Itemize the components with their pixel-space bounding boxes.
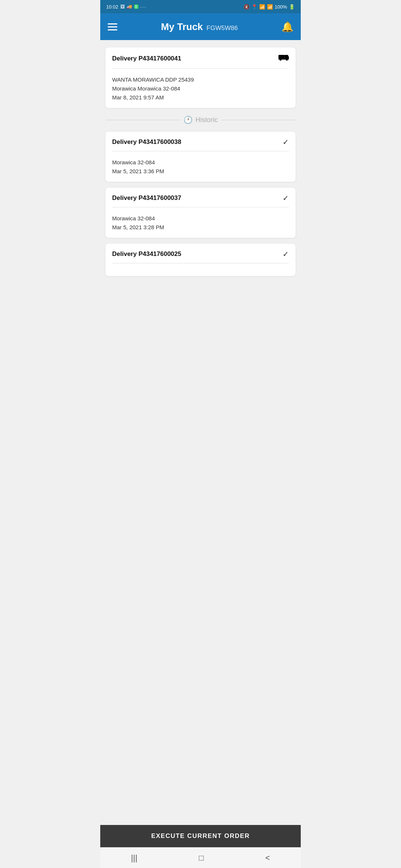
checkmark-icon-0: ✓ bbox=[283, 138, 289, 147]
checkmark-icon-2: ✓ bbox=[283, 250, 289, 259]
divider-right bbox=[222, 120, 296, 120]
badge-icon: 8 bbox=[134, 4, 138, 9]
current-delivery-line3: Mar 8, 2021 9:57 AM bbox=[112, 93, 289, 102]
historic-card-1[interactable]: Delivery P43417600037 ✓ Morawica 32-084 … bbox=[105, 188, 296, 238]
current-delivery-line2: Morawica Morawica 32-084 bbox=[112, 84, 289, 93]
truck-icon bbox=[278, 53, 289, 64]
historic-card-0-line1: Morawica 32-084 bbox=[112, 158, 289, 167]
historic-card-2[interactable]: Delivery P43417600025 ✓ bbox=[105, 244, 296, 276]
historic-card-2-body bbox=[112, 269, 289, 270]
historic-card-0-line2: Mar 5, 2021 3:36 PM bbox=[112, 167, 289, 176]
status-time-group: 10:02 🖼 🚚 8 ··· bbox=[106, 4, 147, 10]
wifi-icon: 📶 bbox=[259, 4, 265, 10]
battery-icon: 🔋 bbox=[289, 4, 295, 10]
current-delivery-line1: WANTA MORAWICA DDP 25439 bbox=[112, 75, 289, 84]
historic-card-1-body: Morawica 32-084 Mar 5, 2021 3:28 PM bbox=[112, 213, 289, 232]
svg-rect-0 bbox=[278, 55, 285, 59]
toolbar-title-group: My Truck FGW5W86 bbox=[161, 21, 238, 33]
status-bar: 10:02 🖼 🚚 8 ··· 🔇 📍 📶 📶 100% 🔋 bbox=[100, 0, 301, 13]
historic-card-0-header: Delivery P43417600038 ✓ bbox=[112, 138, 289, 151]
historic-card-1-line1: Morawica 32-084 bbox=[112, 214, 289, 223]
historic-card-0-body: Morawica 32-084 Mar 5, 2021 3:36 PM bbox=[112, 157, 289, 176]
current-delivery-card[interactable]: Delivery P43417600041 WANTA MORAWICA DDP… bbox=[105, 47, 296, 108]
notification-bell[interactable]: 🔔 bbox=[281, 21, 293, 33]
current-delivery-body: WANTA MORAWICA DDP 25439 Morawica Morawi… bbox=[112, 74, 289, 102]
mute-icon: 🔇 bbox=[244, 4, 250, 10]
historic-card-1-header: Delivery P43417600037 ✓ bbox=[112, 194, 289, 207]
historic-label: Historic bbox=[196, 116, 218, 124]
svg-rect-4 bbox=[278, 59, 289, 60]
svg-marker-1 bbox=[285, 55, 289, 59]
battery-text: 100% bbox=[275, 4, 287, 10]
toolbar: My Truck FGW5W86 🔔 bbox=[100, 13, 301, 40]
location-icon: 📍 bbox=[251, 4, 257, 10]
more-icon: ··· bbox=[140, 4, 147, 10]
historic-card-2-title: Delivery P43417600025 bbox=[112, 250, 181, 258]
checkmark-icon-1: ✓ bbox=[283, 194, 289, 203]
time-display: 10:02 bbox=[106, 4, 118, 10]
history-icon: 🕐 bbox=[183, 115, 193, 124]
current-delivery-header: Delivery P43417600041 bbox=[112, 53, 289, 69]
historic-card-1-line2: Mar 5, 2021 3:28 PM bbox=[112, 223, 289, 232]
historic-label-group: 🕐 Historic bbox=[183, 115, 218, 124]
divider-left bbox=[105, 120, 180, 120]
truck-notification-icon: 🚚 bbox=[127, 4, 132, 9]
status-right-icons: 🔇 📍 📶 📶 100% 🔋 bbox=[244, 4, 295, 10]
historic-divider: 🕐 Historic bbox=[105, 115, 296, 124]
historic-card-1-title: Delivery P43417600037 bbox=[112, 194, 181, 202]
menu-button[interactable] bbox=[108, 23, 117, 30]
signal-icon: 📶 bbox=[267, 4, 273, 10]
photo-icon: 🖼 bbox=[120, 4, 125, 9]
app-title: My Truck bbox=[161, 21, 203, 33]
historic-card-2-header: Delivery P43417600025 ✓ bbox=[112, 250, 289, 263]
main-content: Delivery P43417600041 WANTA MORAWICA DDP… bbox=[100, 40, 301, 404]
historic-card-0-title: Delivery P43417600038 bbox=[112, 138, 181, 146]
historic-card-0[interactable]: Delivery P43417600038 ✓ Morawica 32-084 … bbox=[105, 132, 296, 182]
current-delivery-title: Delivery P43417600041 bbox=[112, 55, 181, 62]
truck-id: FGW5W86 bbox=[206, 24, 238, 32]
